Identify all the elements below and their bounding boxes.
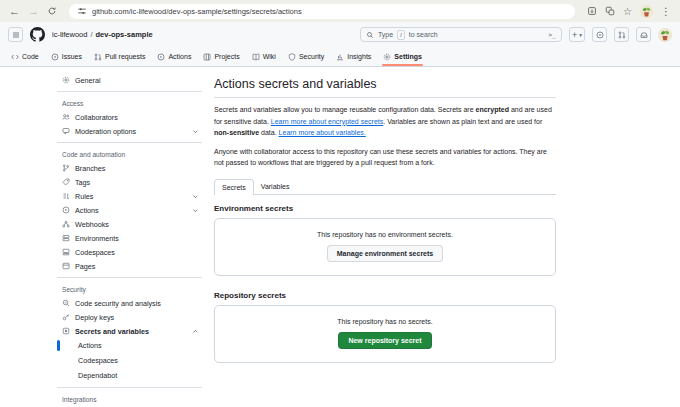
sidebar-label: Webhooks	[75, 220, 109, 229]
sidebar-item-secrets-and-variables[interactable]: Secrets and variables	[57, 324, 202, 338]
issues-header-button[interactable]	[592, 27, 607, 42]
create-new-button[interactable]: + ▾	[569, 27, 585, 42]
sidebar-item-rules[interactable]: Rules	[57, 189, 202, 203]
sidebar-label: Rules	[75, 192, 93, 201]
sidebar-label: Environments	[75, 234, 119, 243]
browser-reload-icon[interactable]	[47, 6, 57, 16]
link-variables[interactable]: Learn more about variables.	[279, 129, 366, 136]
github-logo-icon[interactable]	[30, 27, 45, 42]
sidebar-item-codespaces[interactable]: Codespaces	[57, 245, 202, 259]
sidebar-item-pages[interactable]: Pages	[57, 259, 202, 273]
hamburger-menu-icon[interactable]	[8, 27, 23, 42]
sidebar-item-general[interactable]: General	[57, 73, 202, 87]
book-icon	[252, 53, 260, 61]
server-icon	[62, 234, 70, 242]
rules-icon	[62, 192, 70, 200]
sidebar-item-webhooks[interactable]: Webhooks	[57, 217, 202, 231]
breadcrumb-separator: /	[90, 30, 92, 39]
sidebar-label: Secrets and variables	[75, 327, 149, 336]
address-bar[interactable]: github.com/ic-lifewood/dev-ops-sample/se…	[69, 4, 575, 19]
tab-insights[interactable]: Insights	[330, 47, 377, 66]
intro-bold-non-sensitive: non-sensitive	[214, 129, 259, 136]
sidebar-item-moderation-options[interactable]: Moderation options	[57, 124, 202, 138]
search-placeholder-post: to search	[409, 31, 438, 38]
tab-label: Settings	[394, 53, 422, 60]
tab-pull-requests[interactable]: Pull requests	[88, 47, 151, 66]
sidebar-label: Code security and analysis	[75, 299, 161, 308]
pull-requests-header-button[interactable]	[614, 27, 629, 42]
browser-menu-icon[interactable]: ⋮	[661, 6, 671, 17]
tab-settings[interactable]: Settings	[377, 47, 428, 66]
main-panel: Actions secrets and variables Secrets an…	[214, 73, 556, 406]
intro-bold-encrypted: encrypted	[476, 106, 509, 113]
sidebar-item-environments[interactable]: Environments	[57, 231, 202, 245]
link-encrypted-secrets[interactable]: Learn more about encrypted secrets	[271, 118, 383, 125]
sidebar-item-deploy-keys[interactable]: Deploy keys	[57, 310, 202, 324]
divider	[57, 91, 202, 92]
sidebar-subitem-actions[interactable]: Actions	[57, 338, 202, 353]
pull-request-icon	[94, 53, 102, 61]
tab-label: Projects	[214, 53, 239, 60]
site-settings-icon[interactable]	[77, 6, 87, 16]
sidebar-section-code-and-automation: Code and automation	[57, 147, 202, 161]
tab-security[interactable]: Security	[282, 47, 330, 66]
translate-icon[interactable]	[605, 6, 615, 16]
manage-environment-secrets-button[interactable]: Manage environment secrets	[327, 245, 443, 262]
environment-secrets-empty-text: This repository has no environment secre…	[317, 231, 453, 238]
chevron-down-icon	[192, 207, 202, 214]
sidebar-item-tags[interactable]: Tags	[57, 175, 202, 189]
search-input[interactable]: Type / to search >_	[360, 27, 562, 42]
codescan-icon	[62, 299, 70, 307]
github-header: ic-lifewood / dev-ops-sample Type / to s…	[0, 22, 680, 47]
secrets-variables-tabnav: Secrets Variables	[214, 179, 556, 195]
url-text: github.com/ic-lifewood/dev-ops-sample/se…	[92, 7, 302, 16]
new-repository-secret-button[interactable]: New repository secret	[338, 332, 431, 349]
command-palette-icon[interactable]: >_	[548, 31, 556, 39]
browser-toolbar: ← → github.com/ic-lifewood/dev-ops-sampl…	[0, 0, 680, 22]
sidebar-item-actions[interactable]: Actions	[57, 203, 202, 217]
intro-paragraph: Secrets and variables allow you to manag…	[214, 104, 556, 139]
notifications-inbox-button[interactable]	[636, 27, 651, 42]
sidebar-label: Codespaces	[78, 356, 118, 365]
sidebar-subitem-dependabot[interactable]: Dependabot	[57, 368, 202, 383]
codespaces-icon	[62, 248, 70, 256]
browser-back-icon[interactable]: ←	[9, 6, 20, 17]
play-icon	[62, 206, 70, 214]
browser-forward-icon[interactable]: →	[28, 6, 39, 17]
tab-projects[interactable]: Projects	[197, 47, 245, 66]
bookmark-star-icon[interactable]: ☆	[623, 6, 632, 17]
tab-issues[interactable]: Issues	[45, 47, 88, 66]
tab-label: Wiki	[263, 53, 276, 60]
branch-icon	[62, 164, 70, 172]
repository-secrets-empty-text: This repository has no secrets.	[337, 318, 432, 325]
save-page-icon[interactable]	[587, 6, 597, 16]
tab-wiki[interactable]: Wiki	[246, 47, 282, 66]
sidebar-label: Branches	[75, 164, 105, 173]
browser-window-icon	[62, 262, 70, 270]
divider	[57, 142, 202, 143]
intro-text: . Variables are shown as plain text and …	[383, 118, 542, 125]
breadcrumb-owner-link[interactable]: ic-lifewood	[52, 30, 87, 39]
fork-paragraph: Anyone with collaborator access to this …	[214, 146, 556, 169]
tab-variables[interactable]: Variables	[254, 179, 297, 194]
repository-secrets-empty-box: This repository has no secrets. New repo…	[214, 305, 556, 363]
breadcrumb: ic-lifewood / dev-ops-sample	[52, 30, 153, 39]
plus-icon: +	[572, 30, 577, 40]
sidebar-item-code-security-and-analysis[interactable]: Code security and analysis	[57, 296, 202, 310]
sidebar-label: Pages	[75, 262, 95, 271]
sidebar-section-integrations: Integrations	[57, 392, 202, 406]
user-avatar[interactable]	[658, 28, 672, 42]
intro-text: Secrets and variables allow you to manag…	[214, 106, 476, 113]
sidebar-item-branches[interactable]: Branches	[57, 161, 202, 175]
sidebar-label: Tags	[75, 178, 90, 187]
tab-code[interactable]: Code	[5, 47, 45, 66]
browser-profile-avatar[interactable]	[640, 5, 653, 18]
gear-icon	[62, 76, 70, 84]
tab-actions[interactable]: Actions	[151, 47, 197, 66]
breadcrumb-repo-link[interactable]: dev-ops-sample	[96, 30, 153, 39]
tab-secrets[interactable]: Secrets	[214, 179, 254, 195]
sidebar-subitem-codespaces[interactable]: Codespaces	[57, 353, 202, 368]
sidebar-label: Collaborators	[75, 113, 118, 122]
sidebar-item-collaborators[interactable]: Collaborators	[57, 110, 202, 124]
repository-secrets-heading: Repository secrets	[214, 291, 556, 300]
